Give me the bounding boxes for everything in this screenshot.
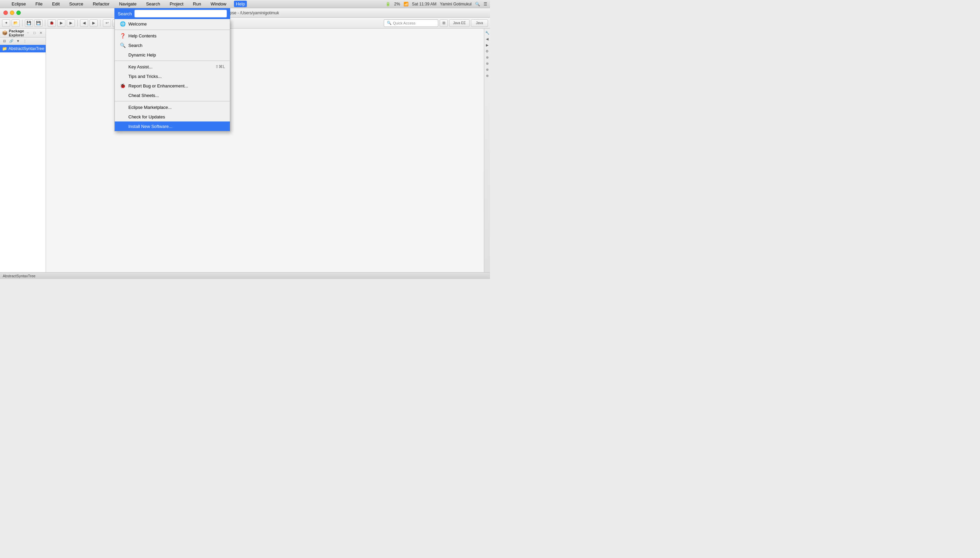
run-config-button[interactable]: ▶ — [67, 20, 75, 27]
toolbar-sep-4 — [100, 20, 100, 26]
sidebar-icon-8[interactable]: ⊗ — [484, 73, 490, 78]
search-label: Search — [128, 43, 225, 48]
separator-3 — [115, 101, 230, 102]
help-menu-report-bug[interactable]: 🐞 Report Bug or Enhancement... — [115, 81, 230, 90]
perspective-btn[interactable]: ⊞ — [440, 20, 448, 27]
tips-label: Tips and Tricks... — [128, 74, 225, 79]
close-panel-icon[interactable]: ✕ — [38, 30, 44, 36]
dropdown-icon[interactable]: ⋮ — [22, 38, 28, 44]
help-contents-icon: ❓ — [120, 33, 126, 38]
collapse-all-icon[interactable]: ⊟ — [2, 38, 8, 44]
run-button[interactable]: ▶ — [57, 20, 65, 27]
help-menu-check-updates[interactable]: Check for Updates — [115, 112, 230, 121]
panel-header: 📦 Package Explorer − □ ✕ — [0, 29, 46, 38]
help-dropdown-menu: 🌐 Welcome ❓ Help Contents 🔍 Search Dynam… — [114, 19, 230, 131]
open-button[interactable]: 📂 — [12, 20, 20, 27]
time-display: Sat 11:39 AM — [412, 2, 436, 7]
help-menu-marketplace[interactable]: Eclipse Marketplace... — [115, 102, 230, 112]
menu-bar-items: Eclipse File Edit Source Refactor Naviga… — [3, 1, 247, 7]
key-assist-shortcut: ⇧⌘L — [215, 64, 225, 69]
help-menu-tips[interactable]: Tips and Tricks... — [115, 71, 230, 81]
maximize-button[interactable] — [16, 11, 21, 15]
minimize-panel-icon[interactable]: − — [26, 30, 31, 36]
menu-bar: Eclipse File Edit Source Refactor Naviga… — [0, 0, 490, 8]
marketplace-label: Eclipse Marketplace... — [128, 105, 225, 110]
menu-file[interactable]: File — [33, 1, 44, 7]
center-area — [46, 29, 484, 272]
tree-item-label: AbstractSyntaxTree — [8, 46, 44, 51]
menu-navigate[interactable]: Navigate — [117, 1, 138, 7]
debug-button[interactable]: 🐞 — [48, 20, 56, 27]
user-name: Yamini Gotimukul — [440, 2, 472, 7]
link-editor-icon[interactable]: 🔗 — [8, 38, 14, 44]
window-controls — [3, 11, 21, 15]
separator-1 — [115, 30, 230, 30]
sidebar-icon-4[interactable]: ⚙ — [484, 48, 490, 54]
separator-2 — [115, 61, 230, 61]
help-menu-welcome[interactable]: 🌐 Welcome — [115, 19, 230, 29]
menu-window[interactable]: Window — [208, 1, 228, 7]
menu-search[interactable]: Search — [144, 1, 162, 7]
close-button[interactable] — [3, 11, 8, 15]
help-search-row[interactable]: Search — [114, 8, 230, 19]
sidebar-icon-6[interactable]: ⊗ — [484, 61, 490, 66]
forward-button[interactable]: ▶ — [89, 20, 98, 27]
menu-run[interactable]: Run — [191, 1, 203, 7]
folder-icon: 📁 — [2, 46, 7, 51]
search-icon[interactable]: 🔍 — [475, 2, 480, 7]
report-bug-icon: 🐞 — [120, 83, 126, 89]
help-menu-container: Search 🌐 Welcome ❓ Help Contents 🔍 Searc… — [114, 8, 230, 131]
maximize-panel-icon[interactable]: □ — [32, 30, 37, 36]
help-menu-install-software[interactable]: Install New Software... — [115, 121, 230, 131]
help-menu-dynamic-help[interactable]: Dynamic Help — [115, 50, 230, 59]
menu-help[interactable]: Help — [234, 1, 247, 7]
sidebar-icon-3[interactable]: ▶ — [484, 42, 490, 48]
menu-source[interactable]: Source — [67, 1, 85, 7]
minimize-button[interactable] — [10, 11, 14, 15]
back-button[interactable]: ◀ — [80, 20, 88, 27]
tree-item-abstractsyntaxtree[interactable]: 📁 AbstractSyntaxTree — [0, 45, 46, 53]
menu-edit[interactable]: Edit — [50, 1, 62, 7]
java-btn[interactable]: Java — [471, 20, 488, 27]
menu-project[interactable]: Project — [168, 1, 185, 7]
sidebar-icon-1[interactable]: 🔧 — [484, 30, 490, 35]
quick-access-box[interactable]: 🔍 Quick Access — [384, 20, 438, 27]
sidebar-icon-5[interactable]: ⊗ — [484, 54, 490, 60]
wifi-icon: 📶 — [404, 2, 408, 7]
save-button[interactable]: 💾 — [25, 20, 33, 27]
help-search-label: Search — [118, 11, 132, 16]
install-software-label: Install New Software... — [128, 124, 225, 129]
dynamic-help-label: Dynamic Help — [128, 53, 225, 57]
welcome-icon: 🌐 — [120, 21, 126, 26]
help-menu-key-assist[interactable]: Key Assist... ⇧⌘L — [115, 62, 230, 71]
help-search-input[interactable] — [135, 10, 227, 17]
help-menu-help-contents[interactable]: ❓ Help Contents — [115, 31, 230, 41]
battery-level: 2% — [394, 2, 400, 7]
help-menu-cheat-sheets[interactable]: Cheat Sheets... — [115, 90, 230, 100]
help-contents-label: Help Contents — [128, 33, 225, 38]
prev-edit-button[interactable]: ↩ — [103, 20, 111, 27]
sidebar-icon-7[interactable]: ⊗ — [484, 67, 490, 72]
search-icon: 🔍 — [387, 21, 392, 25]
menu-refactor[interactable]: Refactor — [91, 1, 111, 7]
title-bar: Java - Eclipse - /Users/yaminigotimuk — [0, 8, 490, 18]
save-all-button[interactable]: 💾 — [35, 20, 43, 27]
new-button[interactable]: ✦ — [2, 20, 10, 27]
panel-toolbar: ⊟ 🔗 ▼ ⋮ — [0, 38, 46, 45]
sidebar-icon-2[interactable]: ◀ — [484, 36, 490, 41]
right-sidebar: 🔧 ◀ ▶ ⚙ ⊗ ⊗ ⊗ ⊗ — [484, 29, 490, 272]
main-layout: 📦 Package Explorer − □ ✕ ⊟ 🔗 ▼ ⋮ 📁 Abstr… — [0, 29, 490, 272]
battery-icon: 🔋 — [385, 2, 390, 7]
help-menu-search[interactable]: 🔍 Search — [115, 41, 230, 50]
quick-access-label: Quick Access — [393, 21, 415, 25]
menu-icon[interactable]: ☰ — [484, 2, 487, 7]
key-assist-label: Key Assist... — [128, 64, 212, 69]
java-ee-btn[interactable]: Java EE — [449, 20, 469, 27]
toolbar: ✦ 📂 💾 💾 🐞 ▶ ▶ ◀ ▶ ↩ ↪ 🔍 Quick Access ⊞ J… — [0, 18, 490, 29]
menu-eclipse[interactable]: Eclipse — [10, 1, 28, 7]
view-menu-icon[interactable]: ▼ — [15, 38, 21, 44]
toolbar-sep-2 — [45, 20, 45, 26]
status-bar: AbstractSyntaxTree — [0, 272, 490, 279]
welcome-label: Welcome — [128, 21, 225, 26]
check-updates-label: Check for Updates — [128, 114, 225, 120]
